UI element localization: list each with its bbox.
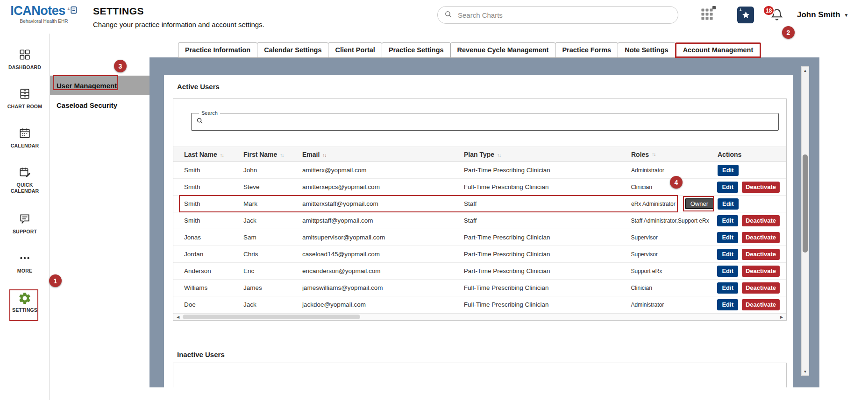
icanotes-logo: ICANotes + Behavioral Health EHR — [7, 4, 81, 24]
deactivate-button[interactable]: Deactivate — [742, 182, 780, 193]
column-header-roles[interactable]: Roles↑↓ — [631, 151, 718, 158]
cell-plan-type: Part-Time Prescribing Clinician — [464, 251, 631, 258]
horizontal-scroll-thumb[interactable] — [183, 315, 360, 319]
notification-count-badge: 18 — [763, 5, 775, 16]
sort-icon[interactable]: ↑↓ — [220, 153, 224, 158]
tab-client-portal[interactable]: Client Portal — [328, 42, 382, 58]
page-subtitle: Change your practice information and acc… — [93, 21, 264, 28]
column-header-last-name[interactable]: Last Name↑↓ — [184, 151, 243, 158]
scroll-down-arrow-icon[interactable]: ▼ — [802, 368, 809, 375]
table-row: WilliamsJamesjameswilliams@yopmail.comFu… — [173, 280, 786, 296]
table-row: DoeJackjackdoe@yopmail.comFull-Time Pres… — [173, 296, 786, 313]
cell-roles: Clinician — [631, 285, 718, 291]
cell-email: ericanderson@yopmail.com — [302, 267, 464, 274]
cell-actions: EditDeactivate — [717, 266, 786, 277]
tab-practice-settings[interactable]: Practice Settings — [382, 42, 451, 58]
edit-button[interactable]: Edit — [717, 249, 738, 260]
tab-practice-forms[interactable]: Practice Forms — [555, 42, 618, 58]
sidebar-item-dashboard[interactable]: DASHBOARD — [0, 49, 50, 70]
content-canvas: Active Users Search Last Name↑↓First Nam… — [149, 57, 819, 387]
cell-first-name: Jack — [243, 301, 302, 308]
sidebar-item-more[interactable]: MORE — [0, 252, 50, 274]
cell-email: amitterxstaff@yopmail.com — [302, 200, 464, 207]
tab-revenue-cycle-management[interactable]: Revenue Cycle Management — [450, 42, 556, 58]
settings-icon — [0, 291, 50, 305]
sort-icon[interactable]: ↑↓ — [497, 153, 501, 158]
sidebar-item-chart-room[interactable]: CHART ROOM — [0, 88, 50, 110]
scroll-right-arrow-icon[interactable]: ▶ — [778, 314, 785, 320]
user-search-fieldset: Search — [191, 110, 779, 131]
inactive-users-container — [173, 363, 787, 387]
owner-badge: Owner — [685, 198, 714, 209]
table-row: AndersonEricericanderson@yopmail.comPart… — [173, 263, 786, 280]
cell-plan-type: Full-Time Prescribing Clinician — [464, 183, 631, 190]
edit-button[interactable]: Edit — [718, 165, 739, 176]
cell-actions: EditDeactivate — [717, 299, 786, 310]
app-header: ICANotes + Behavioral Health EHR SETTING… — [0, 0, 868, 34]
cell-plan-type: Part-Time Prescribing Clinician — [464, 167, 631, 174]
sidebar-item-label: CALENDAR — [0, 143, 50, 149]
vertical-scroll-thumb[interactable] — [803, 154, 808, 253]
edit-button[interactable]: Edit — [717, 182, 738, 193]
cell-actions: EditDeactivate — [717, 215, 786, 226]
apps-grid-badge — [712, 6, 716, 9]
settings-tab-bar: Practice InformationCalendar SettingsCli… — [178, 42, 761, 58]
edit-button[interactable]: Edit — [717, 215, 738, 226]
table-row: JonasSamamitsupervisor@yopmail.comPart-T… — [173, 229, 786, 246]
sidebar-item-calendar[interactable]: CALENDAR — [0, 127, 50, 149]
sort-icon[interactable]: ↑↓ — [322, 153, 326, 158]
subnav-item-caseload-security[interactable]: Caseload Security — [50, 95, 149, 115]
deactivate-button[interactable]: Deactivate — [742, 249, 780, 260]
scroll-left-arrow-icon[interactable]: ◀ — [174, 314, 182, 320]
cell-first-name: Jack — [243, 217, 302, 224]
edit-button[interactable]: Edit — [717, 299, 738, 310]
cell-roles: Support eRx — [631, 268, 718, 274]
deactivate-button[interactable]: Deactivate — [742, 266, 780, 277]
sidebar-item-quick-calendar[interactable]: QUICK CALENDAR — [0, 166, 50, 194]
search-charts-box[interactable] — [437, 6, 678, 24]
cell-first-name: Steve — [243, 183, 302, 190]
deactivate-button[interactable]: Deactivate — [742, 299, 780, 310]
tab-note-settings[interactable]: Note Settings — [618, 42, 675, 58]
tab-calendar-settings[interactable]: Calendar Settings — [257, 42, 328, 58]
sort-icon[interactable]: ↑↓ — [652, 152, 655, 157]
logo-plus-notepad-icon: + — [67, 5, 78, 17]
deactivate-button[interactable]: Deactivate — [742, 282, 780, 294]
column-header-plan-type[interactable]: Plan Type↑↓ — [464, 151, 631, 158]
vertical-scrollbar[interactable]: ▲ ▼ — [801, 66, 809, 376]
column-header-first-name[interactable]: First Name↑↓ — [243, 151, 302, 158]
user-menu[interactable]: John Smith ▼ — [797, 10, 848, 20]
horizontal-scrollbar[interactable]: ◀ ▶ — [173, 313, 786, 320]
subnav-item-user-management[interactable]: User Management — [50, 76, 149, 95]
cell-last-name: Jonas — [184, 234, 243, 241]
cell-roles: Supervisor — [631, 234, 718, 241]
active-users-table-body: SmithJohnamitterx@yopmail.comPart-Time P… — [173, 162, 786, 313]
user-search-input[interactable] — [207, 117, 774, 126]
tab-practice-information[interactable]: Practice Information — [178, 42, 257, 58]
table-row: SmithJackamittpstaff@yopmail.comStaffSta… — [173, 212, 786, 229]
scroll-up-arrow-icon[interactable]: ▲ — [802, 67, 809, 74]
apps-grid-icon[interactable] — [700, 7, 714, 23]
sidebar-item-settings[interactable]: SETTINGS — [0, 291, 50, 313]
edit-button[interactable]: Edit — [718, 198, 739, 210]
cell-email: amittpstaff@yopmail.com — [302, 217, 464, 224]
column-header-email[interactable]: Email↑↓ — [302, 151, 464, 158]
cell-first-name: John — [243, 167, 302, 174]
deactivate-button[interactable]: Deactivate — [742, 232, 780, 243]
sort-icon[interactable]: ↑↓ — [280, 153, 284, 158]
search-charts-input[interactable] — [457, 11, 671, 20]
add-favorite-icon[interactable]: + — [737, 7, 754, 23]
sidebar-item-support[interactable]: SUPPORT — [0, 213, 50, 235]
cell-email: jameswilliams@yopmail.com — [302, 284, 464, 291]
chevron-down-icon: ▼ — [844, 13, 849, 18]
active-users-table: Last Name↑↓First Name↑↓Email↑↓Plan Type↑… — [173, 147, 786, 313]
roles-text: Administrator — [631, 302, 664, 308]
cell-actions: EditDeactivate — [717, 232, 786, 243]
edit-button[interactable]: Edit — [717, 232, 738, 243]
cell-roles: Administrator — [631, 167, 718, 174]
edit-button[interactable]: Edit — [717, 282, 738, 294]
tab-account-management[interactable]: Account Management — [675, 42, 761, 58]
deactivate-button[interactable]: Deactivate — [742, 215, 780, 226]
cell-email: amitterx@yopmail.com — [302, 167, 464, 174]
edit-button[interactable]: Edit — [717, 266, 738, 277]
